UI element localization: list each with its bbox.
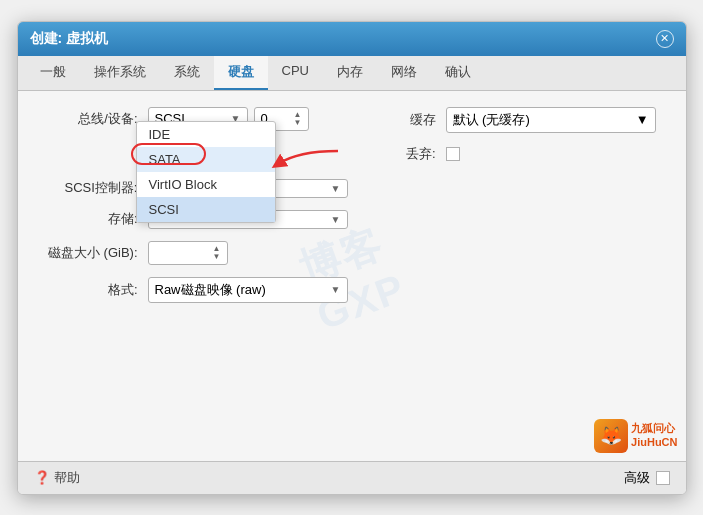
disk-size-input[interactable]: ▲ ▼	[148, 241, 228, 265]
cache-select[interactable]: 默认 (无缓存) ▼	[446, 107, 656, 133]
scsi-controller-label: SCSI控制器:	[38, 179, 148, 197]
close-icon: ✕	[660, 32, 669, 45]
help-label: 帮助	[54, 469, 80, 487]
cache-dropdown-arrow-icon: ▼	[636, 112, 649, 127]
tab-harddisk[interactable]: 硬盘	[214, 56, 268, 90]
format-value: Raw磁盘映像 (raw)	[155, 281, 266, 299]
bus-type-dropdown: IDE SATA VirtIO Block SCSI	[136, 121, 276, 223]
tab-bar: 一般 操作系统 系统 硬盘 CPU 内存 网络 确认	[18, 56, 686, 91]
advanced-row: 高级	[624, 469, 670, 487]
dialog-title: 创建: 虚拟机	[30, 30, 109, 48]
tab-general[interactable]: 一般	[26, 56, 80, 90]
dropdown-item-virtio[interactable]: VirtIO Block	[137, 172, 275, 197]
right-panel: 缓存 默认 (无缓存) ▼ 丢弃:	[396, 107, 656, 163]
dropdown-item-ide[interactable]: IDE	[137, 122, 275, 147]
discard-label: 丢弃:	[396, 145, 446, 163]
disk-spin-down-icon[interactable]: ▼	[213, 253, 221, 261]
brand-text: 九狐问心 JiuHuCN	[631, 422, 677, 448]
disk-size-spinners: ▲ ▼	[213, 245, 221, 261]
scsi-dropdown-arrow-icon: ▼	[331, 183, 341, 194]
disk-size-control: ▲ ▼	[148, 241, 666, 265]
dialog-body: 博客GXP 总线/设备: SCSI ▼ 0 ▲ ▼ IDE	[18, 91, 686, 461]
close-button[interactable]: ✕	[656, 30, 674, 48]
watermark: 博客GXP	[292, 213, 411, 338]
disk-size-row: 磁盘大小 (GiB): ▲ ▼	[38, 241, 666, 265]
format-row: 格式: Raw磁盘映像 (raw) ▼	[38, 277, 666, 303]
tab-cpu[interactable]: CPU	[268, 56, 323, 90]
scsi-controller-row: SCSI控制器: ▼	[38, 179, 666, 198]
tab-confirm[interactable]: 确认	[431, 56, 485, 90]
brand-logo: 🦊 九狐问心 JiuHuCN	[594, 419, 677, 453]
cache-label: 缓存	[396, 111, 446, 129]
dialog-header: 创建: 虚拟机 ✕	[18, 22, 686, 56]
storage-label: 存储:	[38, 210, 148, 228]
dropdown-item-scsi[interactable]: SCSI	[137, 197, 275, 222]
discard-row: 丢弃:	[396, 145, 656, 163]
question-icon: ❓	[34, 470, 50, 485]
tab-memory[interactable]: 内存	[323, 56, 377, 90]
help-button[interactable]: ❓ 帮助	[34, 469, 80, 487]
dropdown-item-sata[interactable]: SATA	[137, 147, 275, 172]
format-select[interactable]: Raw磁盘映像 (raw) ▼	[148, 277, 348, 303]
storage-dropdown-arrow-icon: ▼	[331, 214, 341, 225]
discard-checkbox[interactable]	[446, 147, 460, 161]
arrow-annotation	[268, 146, 348, 176]
number-spinners: ▲ ▼	[294, 111, 302, 127]
bus-device-label: 总线/设备:	[38, 110, 148, 128]
brand-line1: 九狐问心	[631, 422, 677, 435]
tab-os[interactable]: 操作系统	[80, 56, 160, 90]
cache-row: 缓存 默认 (无缓存) ▼	[396, 107, 656, 133]
storage-row: 存储: ▼	[38, 210, 666, 229]
advanced-checkbox[interactable]	[656, 471, 670, 485]
disk-size-label: 磁盘大小 (GiB):	[38, 244, 148, 262]
spin-down-icon[interactable]: ▼	[294, 119, 302, 127]
format-dropdown-arrow-icon: ▼	[331, 284, 341, 295]
format-label: 格式:	[38, 281, 148, 299]
create-vm-dialog: 创建: 虚拟机 ✕ 一般 操作系统 系统 硬盘 CPU 内存 网络 确认 博客G…	[17, 21, 687, 495]
brand-fox-icon: 🦊	[600, 425, 622, 447]
format-control: Raw磁盘映像 (raw) ▼	[148, 277, 666, 303]
brand-icon: 🦊	[594, 419, 628, 453]
tab-network[interactable]: 网络	[377, 56, 431, 90]
advanced-label: 高级	[624, 469, 650, 487]
tab-system[interactable]: 系统	[160, 56, 214, 90]
cache-value: 默认 (无缓存)	[453, 111, 530, 129]
brand-line2: JiuHuCN	[631, 436, 677, 449]
dialog-footer: ❓ 帮助 高级	[18, 461, 686, 494]
